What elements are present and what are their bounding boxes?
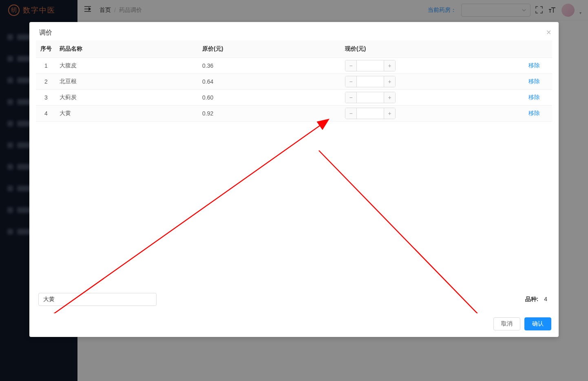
bottom-bar: 品种: 4 (36, 288, 552, 313)
minus-button[interactable]: − (345, 92, 357, 103)
remove-link[interactable]: 移除 (528, 110, 540, 116)
price-input[interactable] (357, 76, 384, 87)
table-row: 3 大蓟炭 0.60 − + 移除 (36, 90, 552, 106)
price-input[interactable] (357, 108, 384, 119)
cell-name: 大蓟炭 (56, 90, 199, 106)
cell-orig-price: 0.36 (199, 58, 342, 74)
search-input[interactable] (38, 293, 157, 306)
cell-name: 大腹皮 (56, 58, 199, 74)
remove-link[interactable]: 移除 (528, 62, 540, 69)
col-name: 药品名称 (56, 40, 199, 58)
variety-label: 品种: (525, 296, 539, 302)
minus-button[interactable]: − (345, 108, 357, 119)
remove-link[interactable]: 移除 (528, 94, 540, 100)
cell-seq: 2 (36, 74, 56, 90)
price-stepper[interactable]: − + (345, 92, 396, 103)
cell-action: 移除 (497, 74, 552, 90)
cell-seq: 4 (36, 106, 56, 122)
cell-curr-price: − + (342, 74, 497, 90)
cell-seq: 3 (36, 90, 56, 106)
price-input[interactable] (357, 92, 384, 103)
table-row: 1 大腹皮 0.36 − + 移除 (36, 58, 552, 74)
modal-footer: 取消 确认 (29, 313, 559, 337)
price-table: 序号 药品名称 原价(元) 现价(元) 1 大腹皮 0.36 − + 移除 2 (36, 40, 552, 122)
cell-action: 移除 (497, 90, 552, 106)
cancel-button[interactable]: 取消 (493, 317, 520, 330)
col-curr-price: 现价(元) (342, 40, 497, 58)
col-action (497, 40, 552, 58)
cell-orig-price: 0.60 (199, 90, 342, 106)
table-row: 4 大黄 0.92 − + 移除 (36, 106, 552, 122)
price-stepper[interactable]: − + (345, 76, 396, 87)
table-row: 2 北豆根 0.64 − + 移除 (36, 74, 552, 90)
cell-action: 移除 (497, 106, 552, 122)
cell-curr-price: − + (342, 106, 497, 122)
cell-seq: 1 (36, 58, 56, 74)
confirm-button[interactable]: 确认 (524, 317, 551, 330)
table-container: 序号 药品名称 原价(元) 现价(元) 1 大腹皮 0.36 − + 移除 2 (36, 40, 552, 288)
variety-info: 品种: 4 (525, 296, 550, 303)
cell-action: 移除 (497, 58, 552, 74)
col-orig-price: 原价(元) (199, 40, 342, 58)
plus-button[interactable]: + (384, 92, 395, 103)
cell-orig-price: 0.92 (199, 106, 342, 122)
price-adjust-modal: 调价 ✕ 序号 药品名称 原价(元) 现价(元) 1 大腹皮 0.36 (29, 22, 559, 337)
modal-body: 序号 药品名称 原价(元) 现价(元) 1 大腹皮 0.36 − + 移除 2 (29, 40, 559, 313)
cell-orig-price: 0.64 (199, 74, 342, 90)
plus-button[interactable]: + (384, 60, 395, 71)
variety-count: 4 (544, 296, 547, 302)
price-stepper[interactable]: − + (345, 108, 396, 119)
remove-link[interactable]: 移除 (528, 78, 540, 84)
plus-button[interactable]: + (384, 76, 395, 87)
cell-name: 北豆根 (56, 74, 199, 90)
close-icon[interactable]: ✕ (546, 29, 551, 36)
price-stepper[interactable]: − + (345, 60, 396, 71)
col-seq: 序号 (36, 40, 56, 58)
minus-button[interactable]: − (345, 60, 357, 71)
minus-button[interactable]: − (345, 76, 357, 87)
modal-title: 调价 (39, 29, 549, 37)
cell-name: 大黄 (56, 106, 199, 122)
plus-button[interactable]: + (384, 108, 395, 119)
modal-header: 调价 ✕ (29, 22, 559, 40)
cell-curr-price: − + (342, 58, 497, 74)
cell-curr-price: − + (342, 90, 497, 106)
price-input[interactable] (357, 60, 384, 71)
